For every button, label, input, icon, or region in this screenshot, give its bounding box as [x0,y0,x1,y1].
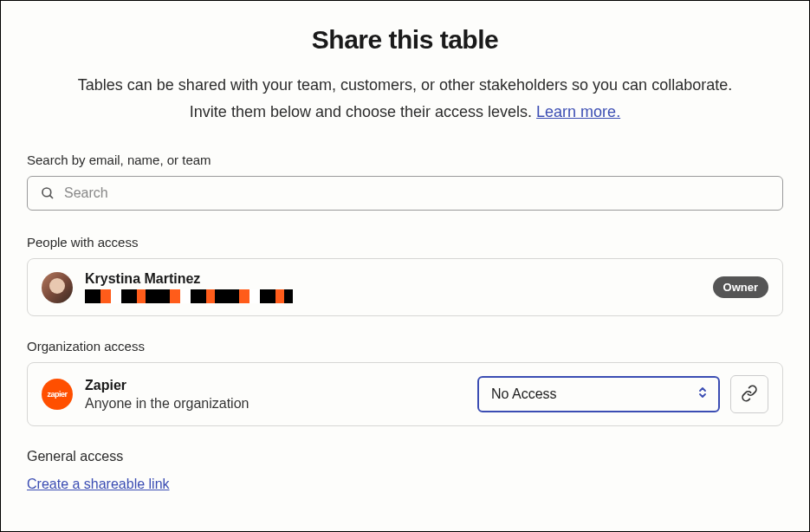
dialog-title: Share this table [27,25,783,55]
access-level-select[interactable]: No Access [477,376,720,412]
person-info: Krystina Martinez [85,271,713,303]
org-logo-text: zapier [47,390,67,399]
people-access-label: People with access [27,235,783,250]
search-input[interactable] [64,185,770,201]
subtitle-text-2: Invite them below and choose their acces… [190,103,536,120]
person-row: Krystina Martinez Owner [27,258,783,316]
access-level-value: No Access [491,386,557,402]
search-label: Search by email, name, or team [27,152,783,167]
org-description: Anyone in the organization [85,396,477,412]
create-shareable-link[interactable]: Create a shareable link [27,477,170,491]
org-info: Zapier Anyone in the organization [85,378,477,412]
avatar [42,272,73,303]
learn-more-link[interactable]: Learn more. [536,103,620,120]
subtitle-text-1: Tables can be shared with your team, cus… [78,76,732,94]
svg-point-0 [42,188,51,197]
dialog-header: Share this table Tables can be shared wi… [27,25,783,125]
copy-link-button[interactable] [730,375,768,413]
owner-badge: Owner [713,276,768,298]
search-box[interactable] [27,176,783,211]
dialog-subtitle: Tables can be shared with your team, cus… [42,72,769,125]
org-access-label: Organization access [27,339,783,354]
org-avatar: zapier [42,379,73,410]
general-access-label: General access [27,449,783,464]
chevron-up-down-icon [697,385,708,404]
svg-line-1 [49,196,53,199]
organization-row: zapier Zapier Anyone in the organization… [27,362,783,426]
link-icon [741,385,758,405]
org-name: Zapier [85,378,477,393]
search-icon [40,185,55,201]
person-email-redacted [85,289,293,303]
person-name: Krystina Martinez [85,271,713,287]
